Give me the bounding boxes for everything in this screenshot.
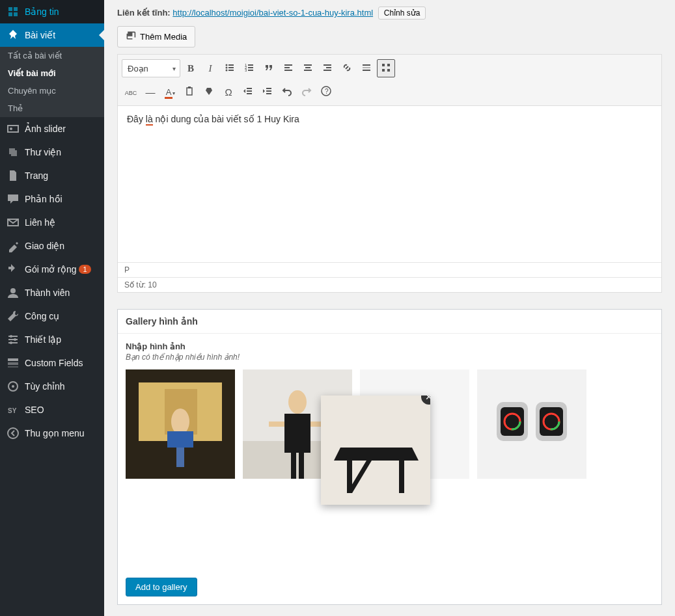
toolbar-link-button[interactable] [338,59,356,77]
italic-icon: I [209,63,212,74]
svg-rect-34 [304,70,312,71]
sidebar-item-fields[interactable]: Custom Fields [0,351,104,375]
svg-rect-43 [382,69,385,72]
toolbar-omega-button[interactable]: Ω [219,83,238,101]
sidebar-item-settings[interactable]: Thiết lập [0,328,104,351]
svg-rect-40 [363,70,370,71]
clear-icon [204,86,214,98]
gallery-thumb-1[interactable] [126,369,235,479]
gallery-panel: Gallery hình ảnh Nhập hình ảnh Bạn có th… [117,309,662,605]
sidebar-item-page[interactable]: Trang [0,164,104,187]
sidebar-item-slider[interactable]: Ảnh slider [0,117,104,141]
svg-point-58 [171,408,189,435]
add-to-gallery-button[interactable]: Add to gallery [126,578,197,596]
gallery-thumb-dragging[interactable]: ✕ [321,395,430,505]
dashboard-icon [7,5,20,18]
user-icon [7,286,20,299]
toolbar-italic-button[interactable]: I [201,59,219,77]
sidebar-item-pin[interactable]: Bài viết [0,23,104,47]
link-icon [342,62,352,75]
sidebar-sub-item[interactable]: Thẻ [0,100,104,117]
toolbar-clear-button[interactable] [200,83,218,101]
svg-point-8 [14,338,16,341]
sidebar-item-comment[interactable]: Phản hồi [0,187,104,211]
paste-icon [184,86,195,98]
toolbar-bold-button[interactable]: B [182,59,200,77]
gallery-thumb-4[interactable] [477,369,586,479]
editor-toolbar: Đoạn BI123 ABC—A▾Ω? [118,55,661,106]
toolbar-text-color-button[interactable]: A▾ [161,83,179,101]
svg-rect-39 [363,67,370,68]
sidebar-item-mail[interactable]: Liên hệ [0,211,104,234]
sidebar-item-tools[interactable]: Công cụ [0,304,104,328]
toolbar-paste-button[interactable] [180,83,199,101]
svg-rect-30 [284,67,290,68]
svg-rect-22 [228,70,234,71]
sidebar-item-dashboard[interactable]: Bảng tin [0,0,104,23]
toolbar-undo-button[interactable] [278,83,296,101]
svg-rect-26 [248,67,253,68]
sidebar-sub-item[interactable]: Chuyên mục [0,82,104,100]
svg-point-16 [8,428,18,438]
svg-point-63 [288,390,307,414]
svg-rect-50 [266,88,271,89]
toolbar-align-left-button[interactable] [279,59,297,77]
svg-rect-51 [266,90,271,92]
kitchen-sink-icon [381,62,391,75]
toolbar-align-center-button[interactable] [299,59,317,77]
sidebar-item-customize[interactable]: Tùy chỉnh [0,375,104,398]
svg-rect-28 [248,70,253,71]
svg-rect-41 [382,64,385,66]
outdent-icon [243,86,253,98]
collapse-icon [7,427,20,440]
comment-icon [7,193,20,206]
toolbar-ol-button[interactable]: 123 [240,59,258,77]
toolbar-help-button[interactable]: ? [317,83,335,101]
format-select[interactable]: Đoạn [122,59,180,77]
permalink-row: Liên kết tĩnh: http://localhost/moigioi/… [117,0,662,26]
permalink-url[interactable]: http://localhost/moigioi/bai-viet-so-1-c… [172,8,373,18]
sidebar-item-user[interactable]: Thành viên [0,281,104,304]
sidebar-sub-item[interactable]: Viết bài mới [0,64,104,82]
toolbar-strike-button[interactable]: — [141,83,159,101]
toolbar-kitchen-sink-button[interactable] [377,59,395,77]
toolbar-ul-button[interactable] [221,59,239,77]
svg-point-14 [12,385,14,388]
toolbar-quote-button[interactable] [260,59,278,77]
sidebar-item-plugin[interactable]: Gói mở rộng1 [0,258,104,281]
toolbar-indent-button[interactable] [258,83,277,101]
align-right-icon [322,62,333,75]
sidebar-item-media[interactable]: Thư viện [0,141,104,164]
align-left-icon [283,62,294,75]
settings-icon [7,333,20,346]
svg-rect-65 [269,422,284,427]
toolbar-align-right-button[interactable] [318,59,337,77]
sidebar-sub-item[interactable]: Tất cả bài viết [0,47,104,64]
toolbar-outdent-button[interactable] [239,83,257,101]
sidebar-item-seo[interactable]: SYSEO [0,398,104,422]
quote-icon [264,62,274,75]
toolbar-abc-button[interactable]: ABC [122,83,140,101]
svg-rect-38 [363,64,370,66]
help-icon: ? [321,86,331,98]
badge: 1 [79,265,90,274]
svg-rect-10 [8,358,18,361]
sidebar-item-appearance[interactable]: Giao diện [0,234,104,258]
edit-permalink-button[interactable]: Chỉnh sửa [378,7,426,20]
toolbar-redo-button[interactable] [297,83,316,101]
svg-point-3 [10,288,16,293]
admin-sidebar: Bảng tinBài viếtTất cả bài viếtViết bài … [0,0,104,616]
editor-content-area[interactable]: Đây là nội dung của bài viết số 1 Huy Ki… [118,106,661,262]
add-media-button[interactable]: Thêm Media [117,26,195,47]
toolbar-more-button[interactable] [357,59,376,77]
svg-point-17 [226,64,228,66]
svg-rect-35 [324,64,331,66]
more-icon [361,62,372,75]
svg-rect-69 [477,369,586,479]
svg-marker-79 [334,448,419,461]
svg-point-9 [10,341,12,344]
pin-icon [7,29,20,42]
sidebar-item-collapse[interactable]: Thu gọn menu [0,422,104,445]
svg-rect-18 [228,64,234,66]
svg-rect-46 [188,87,191,88]
